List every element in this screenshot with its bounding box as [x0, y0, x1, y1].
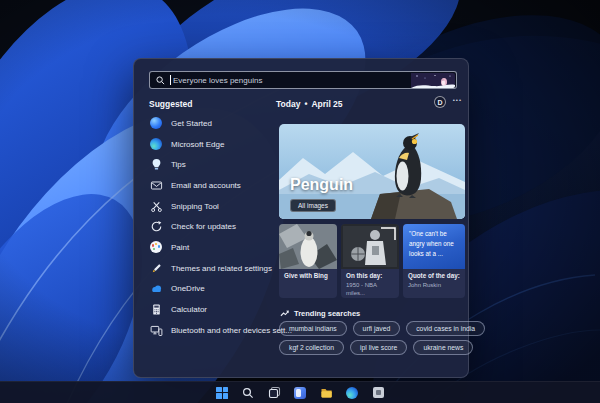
card-subcaption: John Ruskin [403, 281, 465, 289]
suggested-item-snipping-tool[interactable]: Snipping Tool [149, 196, 277, 217]
text-cursor [170, 75, 171, 85]
suggested-item-label: Paint [171, 243, 189, 252]
all-images-button[interactable]: All images [290, 199, 336, 212]
suggested-item-get-started[interactable]: Get Started [149, 113, 277, 134]
suggested-item-paint[interactable]: Paint [149, 237, 277, 258]
suggested-heading: Suggested [149, 99, 192, 109]
suggested-item-label: Bluetooth and other devices sett... [171, 326, 292, 335]
suggested-item-label: Check for updates [171, 222, 236, 231]
edge-icon [149, 137, 163, 151]
card-caption: On this day: [341, 269, 399, 281]
tips-bulb-icon [149, 158, 163, 172]
trending-searches-header: Trending searches [280, 309, 360, 318]
trending-chips-row-2: kgf 2 collection ipl live score ukraine … [279, 340, 473, 355]
trending-arrow-icon [280, 309, 289, 318]
suggested-item-microsoft-edge[interactable]: Microsoft Edge [149, 134, 277, 155]
date-value: April 25 [311, 99, 342, 109]
hero-image-card[interactable]: Penguin All images [279, 124, 465, 219]
quote-text: "One can't be angry when one looks at a … [403, 224, 465, 269]
card-caption: Give with Bing [279, 269, 337, 281]
card-subcaption: 1950 - NBA miles... [341, 281, 399, 298]
themes-pencil-icon [149, 261, 163, 275]
suggested-item-tips[interactable]: Tips [149, 154, 277, 175]
search-flyout-panel: Suggested Get Started Microsoft Edge Tip… [133, 58, 469, 378]
trending-chip[interactable]: mumbai indians [279, 321, 347, 336]
trending-chips-row-1: mumbai indians urfi javed covid cases in… [279, 321, 485, 336]
taskbar-task-view-icon[interactable] [267, 385, 282, 400]
snipping-tool-icon [149, 199, 163, 213]
suggested-item-label: Calculator [171, 305, 207, 314]
taskbar-search-icon[interactable] [241, 385, 256, 400]
suggested-item-label: Email and accounts [171, 181, 241, 190]
date-prefix: Today [276, 99, 300, 109]
suggested-item-label: OneDrive [171, 284, 205, 293]
suggested-item-email-accounts[interactable]: Email and accounts [149, 175, 277, 196]
update-refresh-icon [149, 220, 163, 234]
feed-cards-row: Give with Bing On this day: 1950 - NBA m… [279, 224, 465, 298]
profile-avatar[interactable]: D [434, 96, 446, 108]
trending-title: Trending searches [294, 309, 360, 318]
suggested-list: Get Started Microsoft Edge Tips Email an… [149, 113, 277, 341]
taskbar-file-explorer-icon[interactable] [319, 385, 334, 400]
date-separator: • [304, 99, 307, 109]
more-options-icon[interactable]: ••• [453, 97, 462, 103]
suggested-item-label: Microsoft Edge [171, 140, 224, 149]
bing-penguin-illustration [411, 73, 455, 88]
taskbar-widgets-icon[interactable] [293, 385, 308, 400]
bluetooth-devices-icon [149, 323, 163, 337]
onedrive-cloud-icon [149, 282, 163, 296]
paint-palette-icon [149, 240, 163, 254]
card-on-this-day[interactable]: On this day: 1950 - NBA miles... [341, 224, 399, 298]
feed-date-header: Today • April 25 [276, 99, 343, 109]
suggested-item-label: Tips [171, 160, 186, 169]
taskbar-windows-start-icon[interactable] [215, 385, 230, 400]
suggested-item-label: Snipping Tool [171, 202, 219, 211]
trending-chip[interactable]: ipl live score [350, 340, 407, 355]
calculator-icon [149, 303, 163, 317]
card-give-with-bing[interactable]: Give with Bing [279, 224, 337, 298]
on-this-day-photo [341, 224, 399, 269]
give-with-bing-photo [279, 224, 337, 269]
taskbar [0, 381, 600, 403]
taskbar-edge-icon[interactable] [345, 385, 360, 400]
search-input[interactable] [173, 73, 383, 87]
search-bar[interactable] [149, 71, 457, 89]
suggested-item-check-updates[interactable]: Check for updates [149, 216, 277, 237]
trending-chip[interactable]: covid cases in india [406, 321, 485, 336]
suggested-item-label: Themes and related settings [171, 264, 272, 273]
suggested-item-themes-settings[interactable]: Themes and related settings [149, 258, 277, 279]
get-started-icon [149, 116, 163, 130]
search-icon [156, 76, 165, 85]
suggested-item-bluetooth-devices[interactable]: Bluetooth and other devices sett... [149, 320, 277, 341]
trending-chip[interactable]: urfi javed [353, 321, 401, 336]
card-caption: Quote of the day: [403, 269, 465, 281]
taskbar-app-icon[interactable] [371, 385, 386, 400]
card-quote-of-day[interactable]: "One can't be angry when one looks at a … [403, 224, 465, 298]
trending-chip[interactable]: kgf 2 collection [279, 340, 344, 355]
hero-title: Penguin [290, 176, 353, 194]
suggested-item-onedrive[interactable]: OneDrive [149, 279, 277, 300]
penguin-snow-scene-icon [411, 73, 455, 88]
suggested-item-calculator[interactable]: Calculator [149, 299, 277, 320]
suggested-item-label: Get Started [171, 119, 212, 128]
email-icon [149, 178, 163, 192]
trending-chip[interactable]: ukraine news [413, 340, 473, 355]
